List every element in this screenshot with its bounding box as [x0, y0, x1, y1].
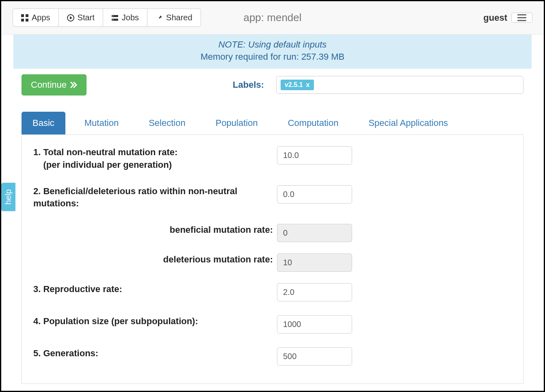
label-beneficial-rate: beneficial mutation rate: [33, 224, 277, 236]
app-title: app: mendel [243, 11, 301, 24]
forward-icon [70, 81, 77, 89]
row-beneficial-rate: beneficial mutation rate: [33, 224, 512, 242]
note-banner: NOTE: Using default inputs Memory requir… [13, 35, 532, 69]
svg-rect-2 [21, 19, 24, 22]
shared-button[interactable]: Shared [147, 9, 201, 27]
pin-icon [156, 14, 163, 22]
row-mutation-rate: 1. Total non-neutral mutation rate: (per… [33, 146, 512, 171]
svg-point-7 [112, 15, 113, 16]
labels-label: Labels: [233, 80, 264, 90]
input-generations[interactable] [277, 347, 352, 366]
row-population-size: 4. Population size (per subpopulation): [33, 315, 512, 334]
start-label: Start [78, 13, 95, 22]
content-area: Continue Labels: v2.5.1 x Basic Mutation… [1, 69, 544, 384]
row-ratio: 2. Beneficial/deleterious ratio within n… [33, 185, 512, 210]
version-tag: v2.5.1 x [281, 80, 314, 90]
svg-point-8 [112, 19, 113, 20]
input-beneficial-rate [277, 224, 352, 242]
tag-remove[interactable]: x [306, 81, 310, 89]
server-icon [111, 14, 119, 22]
row-generations: 5. Generations: [33, 347, 512, 366]
input-ratio[interactable] [277, 185, 352, 204]
tab-mutation[interactable]: Mutation [74, 112, 130, 134]
labels-input[interactable]: v2.5.1 x [276, 76, 523, 94]
label-ratio: 2. Beneficial/deleterious ratio within n… [33, 185, 277, 210]
tag-text: v2.5.1 [285, 81, 303, 89]
menu-button[interactable] [511, 13, 532, 23]
nav-button-group: Apps Start Jobs Shared [13, 9, 201, 27]
nav-right: guest [483, 13, 532, 23]
input-population-size[interactable] [277, 315, 352, 334]
action-row: Continue Labels: v2.5.1 x [22, 74, 523, 95]
tab-bar: Basic Mutation Selection Population Comp… [22, 112, 523, 135]
tab-special[interactable]: Special Applications [357, 112, 459, 134]
continue-label: Continue [31, 80, 67, 90]
label-population-size: 4. Population size (per subpopulation): [33, 315, 277, 328]
svg-rect-0 [21, 14, 24, 17]
svg-rect-3 [26, 19, 28, 22]
input-deleterious-rate [277, 253, 352, 272]
jobs-button[interactable]: Jobs [103, 9, 147, 27]
tab-panel-basic: 1. Total non-neutral mutation rate: (per… [22, 135, 523, 384]
grid-icon [21, 14, 28, 22]
row-deleterious-rate: deleterious mutation rate: [33, 253, 512, 272]
label-mutation-rate: 1. Total non-neutral mutation rate: (per… [33, 146, 277, 171]
note-line-2: Memory required for run: 257.39 MB [13, 52, 532, 62]
help-tab[interactable]: help [1, 183, 15, 211]
continue-button[interactable]: Continue [22, 74, 87, 95]
tab-population[interactable]: Population [205, 112, 269, 134]
guest-label: guest [483, 13, 507, 23]
start-button[interactable]: Start [58, 9, 103, 27]
input-mutation-rate[interactable] [277, 146, 352, 165]
hamburger-icon [517, 17, 526, 18]
shared-label: Shared [166, 13, 192, 22]
top-navbar: Apps Start Jobs Shared app: mendel guest [1, 1, 544, 35]
label-generations: 5. Generations: [33, 347, 277, 360]
label-deleterious-rate: deleterious mutation rate: [33, 253, 277, 266]
jobs-label: Jobs [122, 13, 139, 22]
apps-button[interactable]: Apps [13, 9, 59, 27]
row-reproductive-rate: 3. Reproductive rate: [33, 283, 512, 301]
tab-computation[interactable]: Computation [277, 112, 350, 134]
play-circle-icon [67, 14, 74, 22]
tab-basic[interactable]: Basic [22, 112, 65, 134]
note-line-1: NOTE: Using default inputs [13, 39, 532, 50]
apps-label: Apps [32, 13, 50, 22]
input-reproductive-rate[interactable] [277, 283, 352, 301]
label-reproductive-rate: 3. Reproductive rate: [33, 283, 277, 296]
svg-rect-1 [26, 14, 28, 17]
tab-selection[interactable]: Selection [138, 112, 197, 134]
